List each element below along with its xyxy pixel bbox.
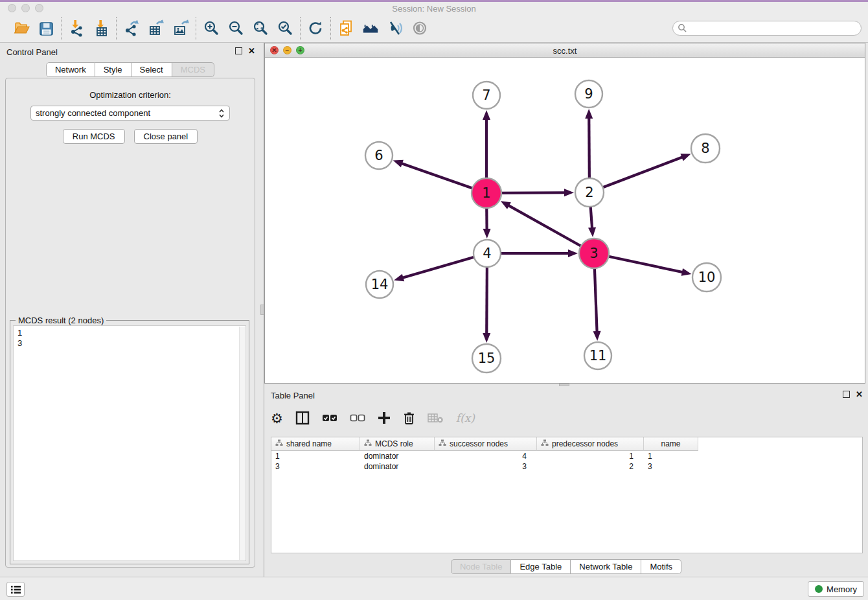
table-row[interactable]: 3dominator323 [271, 461, 862, 472]
memory-button-label: Memory [827, 584, 857, 594]
column-header-shared-name[interactable]: shared name [271, 437, 360, 451]
graph-edge-3-11[interactable] [595, 268, 597, 333]
import-network-icon[interactable] [67, 19, 86, 38]
table-cell[interactable]: 2 [537, 461, 644, 472]
table-cell[interactable]: dominator [360, 451, 435, 461]
table-cell[interactable]: 3 [644, 461, 698, 472]
zoom-selected-icon[interactable] [276, 19, 294, 38]
table-header-row: shared nameMCDS rolesuccessor nodesprede… [271, 437, 862, 451]
criterion-select[interactable]: strongly connected component [30, 106, 230, 121]
edge-arrowhead [564, 189, 574, 196]
graph-node-label: 2 [585, 185, 593, 200]
search-icon [678, 23, 687, 36]
apply-layout-icon[interactable] [306, 19, 325, 38]
open-session-icon[interactable] [12, 19, 30, 38]
memory-button[interactable]: Memory [808, 581, 864, 597]
tab-network[interactable]: Network [46, 62, 95, 77]
graph-edge-4-14[interactable] [402, 257, 474, 278]
export-image-icon[interactable] [172, 19, 190, 38]
edge-arrowhead [394, 274, 404, 282]
graph-edge-1-6[interactable] [400, 163, 472, 189]
graph-node-label: 10 [698, 270, 716, 285]
column-header-MCDS-role[interactable]: MCDS role [360, 437, 435, 451]
export-table-icon[interactable] [147, 19, 165, 38]
clone-network-icon[interactable] [337, 19, 355, 38]
column-header-successor-nodes[interactable]: successor nodes [435, 437, 537, 451]
table-cell[interactable]: 4 [435, 451, 537, 461]
graph-node-label: 15 [478, 351, 496, 366]
graph-edge-2-3[interactable] [591, 207, 593, 229]
show-column-panel-icon[interactable] [295, 410, 310, 426]
table-row[interactable]: 1dominator411 [271, 451, 862, 461]
tab-node-table[interactable]: Node Table [451, 559, 512, 574]
create-column-plus-icon[interactable] [378, 410, 391, 426]
window-title: Session: New Session [0, 4, 868, 14]
table-cell[interactable]: 1 [644, 451, 698, 461]
table-toolbar: ⚙ f(x) [271, 407, 475, 429]
first-neighbors-icon[interactable] [361, 19, 380, 38]
tab-motifs[interactable]: Motifs [641, 559, 681, 574]
table-cell[interactable]: 1 [537, 451, 644, 461]
hide-graphics-details-icon[interactable] [386, 19, 404, 38]
table-cell[interactable]: dominator [360, 461, 435, 472]
table-settings-gear-icon[interactable]: ⚙ [271, 410, 283, 426]
mcds-result-textarea[interactable]: 1 3 [13, 325, 246, 561]
graph-node-label: 1 [482, 185, 490, 201]
graph-edge-2-9[interactable] [589, 117, 589, 178]
task-history-button[interactable] [6, 582, 25, 597]
tree-icon [364, 439, 372, 448]
tree-icon [275, 439, 283, 448]
search-input[interactable] [672, 21, 862, 36]
graph-edge-4-15[interactable] [486, 267, 487, 335]
result-scrollbar[interactable] [239, 327, 245, 560]
select-all-columns-icon[interactable] [322, 410, 337, 426]
column-label: name [661, 439, 680, 448]
zoom-fit-icon[interactable] [251, 19, 269, 38]
table-panel-title: Table Panel [271, 391, 315, 400]
close-table-panel-icon[interactable]: ✕ [856, 391, 863, 398]
graph-node-label: 14 [371, 277, 389, 292]
edge-arrowhead [681, 268, 692, 276]
criterion-selected-value: strongly connected component [36, 108, 218, 118]
node-table[interactable]: shared nameMCDS rolesuccessor nodesprede… [271, 437, 863, 553]
zoom-out-icon[interactable] [227, 19, 245, 38]
graph-node-label: 7 [482, 87, 490, 103]
status-bar: Memory [0, 577, 868, 600]
graph-edge-3-10[interactable] [608, 257, 683, 273]
float-panel-icon[interactable] [235, 47, 242, 54]
table-cell[interactable]: 3 [271, 461, 360, 472]
float-table-panel-icon[interactable] [843, 391, 850, 398]
table-cell[interactable]: 1 [271, 451, 360, 461]
graph-edge-2-8[interactable] [603, 157, 684, 187]
edge-arrowhead [483, 110, 490, 120]
column-label: successor nodes [450, 439, 508, 448]
tab-select[interactable]: Select [131, 62, 172, 77]
close-panel-button[interactable]: Close panel [134, 129, 198, 144]
column-header-name[interactable]: name [644, 437, 698, 451]
control-panel: Control Panel ✕ NetworkStyleSelectMCDS O… [0, 43, 260, 577]
zoom-in-icon[interactable] [202, 19, 220, 38]
export-network-icon[interactable] [122, 19, 141, 38]
column-label: shared name [286, 439, 332, 448]
network-window-titlebar[interactable]: ✕ − + scc.txt [265, 43, 865, 58]
tab-edge-table[interactable]: Edge Table [511, 559, 571, 574]
table-cell[interactable]: 3 [435, 461, 537, 472]
column-header-predecessor-nodes[interactable]: predecessor nodes [537, 437, 644, 451]
close-panel-icon[interactable]: ✕ [248, 47, 255, 54]
graph-edge-3-1[interactable] [507, 205, 581, 246]
tab-style[interactable]: Style [95, 62, 131, 77]
network-window-title: scc.txt [265, 46, 865, 56]
tab-network-table[interactable]: Network Table [571, 559, 641, 574]
delete-column-trash-icon[interactable] [403, 410, 415, 426]
import-table-icon[interactable] [92, 19, 110, 38]
run-mcds-button[interactable]: Run MCDS [63, 129, 125, 144]
graph-node-label: 4 [483, 246, 491, 261]
tree-icon [439, 439, 446, 448]
tab-mcds[interactable]: MCDS [172, 62, 214, 77]
mcds-tab-content: Optimization criterion: strongly connect… [5, 78, 255, 568]
deselect-all-columns-icon[interactable] [350, 410, 365, 426]
graph-edge-1-2[interactable] [501, 192, 566, 193]
edge-arrowhead [588, 227, 596, 237]
save-session-icon[interactable] [37, 19, 55, 38]
network-canvas[interactable]: 7968124314101511 [265, 58, 865, 383]
